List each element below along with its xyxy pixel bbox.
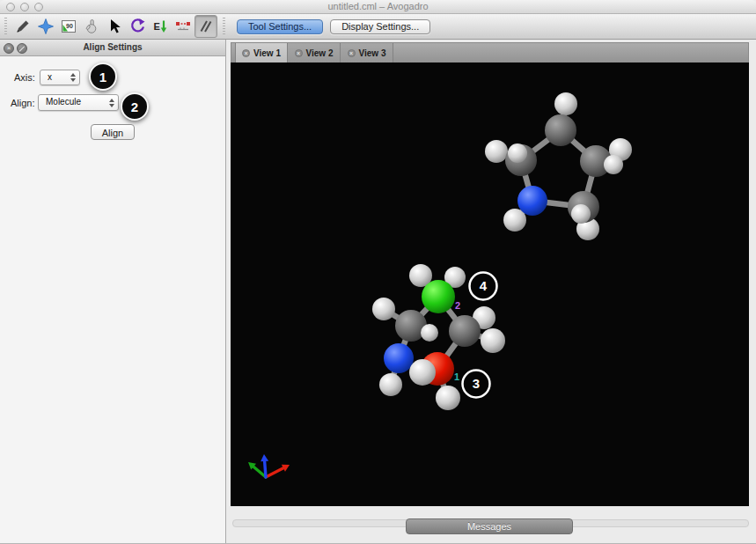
optimize-icon: E <box>150 17 170 36</box>
atom-C <box>449 315 481 347</box>
avogadro-window: { "window": { "title": "untitled.cml – A… <box>0 0 756 544</box>
atom-N <box>517 186 547 216</box>
atom-C <box>545 114 576 146</box>
cursor-arrow-icon <box>105 17 124 36</box>
align-label: Align: <box>11 98 35 108</box>
toolbar-drag-handle[interactable] <box>4 18 7 35</box>
callout-1: 1 <box>89 62 117 91</box>
axis-label: Axis: <box>14 72 35 83</box>
rotate-arrow-icon <box>128 17 147 36</box>
molecule-scene: 2143 <box>231 62 749 506</box>
tab-view-1[interactable]: × View 1 <box>235 43 288 62</box>
bond-angle-icon: 90 <box>59 17 78 36</box>
title-bar: untitled.cml – Avogadro <box>0 0 756 14</box>
view-tab-bar: × View 1 × View 2 × View 3 <box>231 42 749 62</box>
display-settings-button[interactable]: Display Settings... <box>330 19 430 34</box>
molecule-3d-viewport[interactable]: 2143 <box>231 62 749 506</box>
navigate-tool-button[interactable] <box>34 15 57 38</box>
window-title: untitled.cml – Avogadro <box>0 0 756 13</box>
hand-icon <box>82 17 101 36</box>
atom-H <box>571 204 591 224</box>
atom-H <box>379 373 402 396</box>
tab-view-3[interactable]: × View 3 <box>341 43 393 62</box>
atom-H <box>604 155 623 174</box>
measure-icon <box>173 17 193 36</box>
panel-header: × Align Settings <box>0 40 225 56</box>
tab-view-2[interactable]: × View 2 <box>288 43 341 62</box>
manipulate-tool-button[interactable] <box>80 15 103 38</box>
atom-G <box>422 280 455 313</box>
atom-H <box>481 328 505 353</box>
svg-text:E: E <box>154 21 160 32</box>
molecule-pyrrolidine <box>485 92 632 240</box>
atom-H <box>372 298 395 320</box>
atom-H <box>508 143 527 163</box>
atom-number-label: 2 <box>455 300 460 311</box>
svg-text:90: 90 <box>66 23 73 29</box>
align-select-value: Molecule <box>46 97 81 107</box>
tab-close-icon[interactable]: × <box>295 49 303 57</box>
tab-close-icon[interactable]: × <box>242 49 250 57</box>
svg-text:4: 4 <box>480 278 488 293</box>
navigate-star-icon <box>36 17 55 36</box>
atom-number-label: 1 <box>454 371 459 382</box>
atom-H <box>554 92 577 115</box>
atom-H <box>421 324 438 342</box>
panel-title: Align Settings <box>0 40 225 55</box>
tab-label: View 1 <box>253 48 281 58</box>
callout-2: 2 <box>121 92 149 121</box>
atom-H <box>436 386 460 410</box>
bond-centric-tool-button[interactable]: 90 <box>57 15 80 38</box>
atom-N <box>384 343 414 373</box>
tool-settings-button[interactable]: Tool Settings... <box>237 19 323 34</box>
toolbar-separator <box>223 18 225 35</box>
align-icon <box>196 17 216 36</box>
align-settings-panel: × Align Settings Axis: x 1 Align: Molecu… <box>0 40 226 543</box>
x-axis-arrow <box>266 468 283 477</box>
axis-select[interactable]: x <box>40 70 80 85</box>
draw-tool-button[interactable] <box>11 15 34 38</box>
svg-text:3: 3 <box>473 376 480 391</box>
view-area: × View 1 × View 2 × View 3 2143 Messages <box>227 40 756 543</box>
align-button[interactable]: Align <box>91 124 135 140</box>
tab-close-icon[interactable]: × <box>348 49 356 57</box>
measure-tool-button[interactable] <box>172 15 195 38</box>
axis-select-value: x <box>48 72 52 82</box>
stepper-arrows-icon <box>109 99 115 107</box>
tab-label: View 3 <box>359 48 386 58</box>
tab-label: View 2 <box>306 48 334 58</box>
auto-optimize-tool-button[interactable]: E <box>149 15 172 38</box>
pencil-icon <box>13 17 33 36</box>
toolbar: 90 E <box>0 14 756 40</box>
messages-button[interactable]: Messages <box>406 518 573 534</box>
align-tool-button[interactable] <box>195 15 217 38</box>
align-select[interactable]: Molecule <box>38 94 119 111</box>
atom-H <box>409 359 436 386</box>
selection-tool-button[interactable] <box>103 15 126 38</box>
auto-rotate-tool-button[interactable] <box>126 15 149 38</box>
stepper-arrows-icon <box>70 73 77 82</box>
atom-H <box>485 140 508 163</box>
z-axis-arrow <box>265 461 266 477</box>
